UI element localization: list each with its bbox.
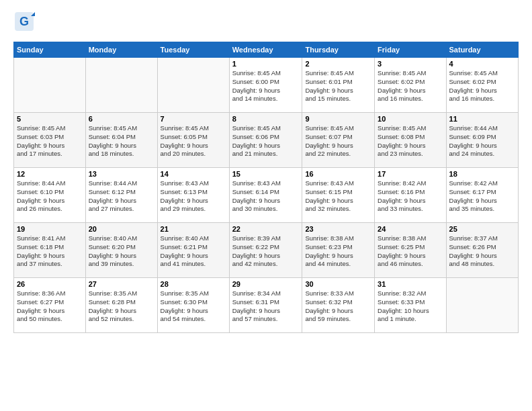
day-info: Sunrise: 8:38 AM Sunset: 6:23 PM Dayligh… [305, 234, 371, 269]
day-info: Sunrise: 8:39 AM Sunset: 6:22 PM Dayligh… [232, 234, 300, 269]
day-number: 18 [449, 170, 515, 178]
day-number: 23 [305, 225, 371, 233]
logo: G [13, 11, 38, 35]
calendar-week: 5Sunrise: 8:45 AM Sunset: 6:03 PM Daylig… [14, 113, 519, 168]
calendar-cell: 13Sunrise: 8:44 AM Sunset: 6:12 PM Dayli… [85, 168, 157, 223]
day-number: 3 [378, 60, 443, 68]
day-number: 31 [378, 280, 443, 288]
calendar-cell: 5Sunrise: 8:45 AM Sunset: 6:03 PM Daylig… [14, 113, 86, 168]
calendar-cell: 16Sunrise: 8:43 AM Sunset: 6:15 PM Dayli… [302, 168, 375, 223]
calendar-cell: 31Sunrise: 8:32 AM Sunset: 6:33 PM Dayli… [375, 278, 446, 333]
calendar-cell: 19Sunrise: 8:41 AM Sunset: 6:18 PM Dayli… [14, 223, 86, 278]
day-number: 7 [161, 115, 226, 123]
calendar-cell: 25Sunrise: 8:37 AM Sunset: 6:26 PM Dayli… [446, 223, 518, 278]
logo-icon: G [13, 11, 35, 32]
weekday-header: Sunday [14, 42, 86, 58]
day-info: Sunrise: 8:45 AM Sunset: 6:02 PM Dayligh… [449, 69, 515, 103]
day-info: Sunrise: 8:45 AM Sunset: 6:04 PM Dayligh… [89, 124, 154, 158]
calendar-cell: 20Sunrise: 8:40 AM Sunset: 6:20 PM Dayli… [85, 223, 157, 278]
day-number: 24 [378, 225, 443, 233]
day-info: Sunrise: 8:36 AM Sunset: 6:27 PM Dayligh… [17, 289, 83, 324]
calendar-cell: 23Sunrise: 8:38 AM Sunset: 6:23 PM Dayli… [302, 223, 375, 278]
day-number: 4 [449, 60, 515, 68]
day-info: Sunrise: 8:45 AM Sunset: 6:07 PM Dayligh… [305, 124, 371, 158]
header: G [13, 11, 519, 35]
calendar-cell: 24Sunrise: 8:38 AM Sunset: 6:25 PM Dayli… [375, 223, 446, 278]
calendar-cell: 1Sunrise: 8:45 AM Sunset: 6:00 PM Daylig… [229, 58, 302, 113]
calendar-cell: 10Sunrise: 8:45 AM Sunset: 6:08 PM Dayli… [375, 113, 446, 168]
calendar-cell: 4Sunrise: 8:45 AM Sunset: 6:02 PM Daylig… [446, 58, 518, 113]
calendar-cell: 8Sunrise: 8:45 AM Sunset: 6:06 PM Daylig… [229, 113, 302, 168]
day-number: 10 [378, 115, 443, 123]
calendar-cell: 29Sunrise: 8:34 AM Sunset: 6:31 PM Dayli… [229, 278, 302, 333]
calendar-cell: 2Sunrise: 8:45 AM Sunset: 6:01 PM Daylig… [302, 58, 375, 113]
day-number: 27 [89, 280, 154, 288]
day-number: 2 [305, 60, 371, 68]
day-number: 25 [449, 225, 515, 233]
calendar-week: 12Sunrise: 8:44 AM Sunset: 6:10 PM Dayli… [14, 168, 519, 223]
day-number: 19 [17, 225, 83, 233]
day-info: Sunrise: 8:40 AM Sunset: 6:20 PM Dayligh… [89, 234, 154, 269]
calendar-cell: 22Sunrise: 8:39 AM Sunset: 6:22 PM Dayli… [229, 223, 302, 278]
calendar-week: 1Sunrise: 8:45 AM Sunset: 6:00 PM Daylig… [14, 58, 519, 113]
day-number: 5 [17, 115, 83, 123]
calendar-cell [14, 58, 86, 113]
calendar-cell: 21Sunrise: 8:40 AM Sunset: 6:21 PM Dayli… [157, 223, 229, 278]
weekday-header: Tuesday [157, 42, 229, 58]
calendar-cell: 6Sunrise: 8:45 AM Sunset: 6:04 PM Daylig… [85, 113, 157, 168]
day-number: 21 [161, 225, 226, 233]
day-info: Sunrise: 8:35 AM Sunset: 6:30 PM Dayligh… [161, 289, 226, 324]
calendar-cell [85, 58, 157, 113]
day-info: Sunrise: 8:45 AM Sunset: 6:05 PM Dayligh… [161, 124, 226, 158]
day-number: 14 [161, 170, 226, 178]
day-info: Sunrise: 8:45 AM Sunset: 6:02 PM Dayligh… [378, 69, 443, 103]
day-number: 26 [17, 280, 83, 288]
day-info: Sunrise: 8:45 AM Sunset: 6:03 PM Dayligh… [17, 124, 83, 158]
day-info: Sunrise: 8:42 AM Sunset: 6:16 PM Dayligh… [378, 179, 443, 214]
day-info: Sunrise: 8:43 AM Sunset: 6:13 PM Dayligh… [161, 179, 226, 214]
day-info: Sunrise: 8:42 AM Sunset: 6:17 PM Dayligh… [449, 179, 515, 214]
calendar-cell: 28Sunrise: 8:35 AM Sunset: 6:30 PM Dayli… [157, 278, 229, 333]
day-info: Sunrise: 8:38 AM Sunset: 6:25 PM Dayligh… [378, 234, 443, 269]
calendar-cell: 7Sunrise: 8:45 AM Sunset: 6:05 PM Daylig… [157, 113, 229, 168]
day-info: Sunrise: 8:35 AM Sunset: 6:28 PM Dayligh… [89, 289, 154, 324]
calendar-cell [157, 58, 229, 113]
calendar-cell: 14Sunrise: 8:43 AM Sunset: 6:13 PM Dayli… [157, 168, 229, 223]
calendar-cell: 30Sunrise: 8:33 AM Sunset: 6:32 PM Dayli… [302, 278, 375, 333]
svg-text:G: G [19, 15, 29, 28]
weekday-header: Wednesday [229, 42, 302, 58]
day-number: 17 [378, 170, 443, 178]
weekday-header: Saturday [446, 42, 518, 58]
weekday-header: Friday [375, 42, 446, 58]
day-number: 29 [232, 280, 300, 288]
calendar-cell: 11Sunrise: 8:44 AM Sunset: 6:09 PM Dayli… [446, 113, 518, 168]
day-info: Sunrise: 8:44 AM Sunset: 6:12 PM Dayligh… [89, 179, 154, 214]
calendar-cell: 12Sunrise: 8:44 AM Sunset: 6:10 PM Dayli… [14, 168, 86, 223]
day-info: Sunrise: 8:43 AM Sunset: 6:14 PM Dayligh… [232, 179, 300, 214]
day-number: 22 [232, 225, 300, 233]
day-number: 11 [449, 115, 515, 123]
weekday-row: SundayMondayTuesdayWednesdayThursdayFrid… [14, 42, 519, 58]
day-number: 30 [305, 280, 371, 288]
calendar-cell: 3Sunrise: 8:45 AM Sunset: 6:02 PM Daylig… [375, 58, 446, 113]
day-info: Sunrise: 8:40 AM Sunset: 6:21 PM Dayligh… [161, 234, 226, 269]
calendar-cell: 15Sunrise: 8:43 AM Sunset: 6:14 PM Dayli… [229, 168, 302, 223]
weekday-header: Monday [85, 42, 157, 58]
calendar-week: 26Sunrise: 8:36 AM Sunset: 6:27 PM Dayli… [14, 278, 519, 333]
day-number: 9 [305, 115, 371, 123]
calendar-cell: 27Sunrise: 8:35 AM Sunset: 6:28 PM Dayli… [85, 278, 157, 333]
day-info: Sunrise: 8:32 AM Sunset: 6:33 PM Dayligh… [378, 289, 443, 324]
day-info: Sunrise: 8:44 AM Sunset: 6:09 PM Dayligh… [449, 124, 515, 158]
day-number: 12 [17, 170, 83, 178]
day-info: Sunrise: 8:33 AM Sunset: 6:32 PM Dayligh… [305, 289, 371, 324]
page: G SundayMondayTuesdayWednesdayThursdayFr… [0, 0, 532, 340]
calendar-week: 19Sunrise: 8:41 AM Sunset: 6:18 PM Dayli… [14, 223, 519, 278]
calendar-cell: 26Sunrise: 8:36 AM Sunset: 6:27 PM Dayli… [14, 278, 86, 333]
day-info: Sunrise: 8:45 AM Sunset: 6:00 PM Dayligh… [232, 69, 300, 103]
calendar-cell: 18Sunrise: 8:42 AM Sunset: 6:17 PM Dayli… [446, 168, 518, 223]
calendar-cell: 9Sunrise: 8:45 AM Sunset: 6:07 PM Daylig… [302, 113, 375, 168]
day-info: Sunrise: 8:45 AM Sunset: 6:08 PM Dayligh… [378, 124, 443, 158]
day-info: Sunrise: 8:34 AM Sunset: 6:31 PM Dayligh… [232, 289, 300, 324]
calendar: SundayMondayTuesdayWednesdayThursdayFrid… [13, 42, 519, 333]
calendar-body: 1Sunrise: 8:45 AM Sunset: 6:00 PM Daylig… [14, 58, 519, 333]
